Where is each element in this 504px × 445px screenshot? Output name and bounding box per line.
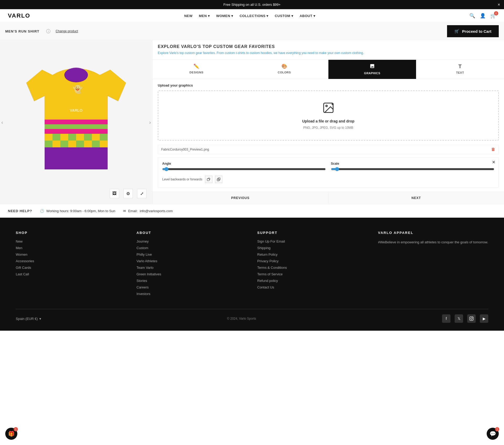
svg-point-0 [64, 68, 88, 82]
svg-rect-7 [68, 134, 76, 141]
nav-item-new[interactable]: NEW [184, 14, 193, 18]
footer-link-signup-email[interactable]: Sign Up For Email [257, 239, 368, 243]
footer-link-new[interactable]: New [16, 239, 126, 243]
cart-icon[interactable]: 🛒 0 [490, 13, 496, 19]
next-arrow-icon[interactable]: › [149, 119, 151, 125]
angle-scale-row: Angle Scale [162, 162, 494, 172]
help-hours: 🕐 Working hours: 9:00am - 6:00pm, Mon to… [40, 209, 115, 213]
banner-close-button[interactable]: × [498, 2, 500, 7]
footer-link-terms-conditions[interactable]: Terms & Conditions [257, 266, 368, 270]
footer-link-shipping[interactable]: Shipping [257, 246, 368, 250]
angle-label: Angle [162, 162, 326, 165]
angle-slider[interactable] [162, 167, 326, 171]
svg-rect-19 [100, 141, 108, 147]
youtube-icon[interactable]: ▶ [480, 314, 488, 323]
fullscreen-button[interactable]: ⤢ [137, 189, 146, 198]
close-graphic-button[interactable]: ✕ [492, 160, 495, 165]
tab-designs[interactable]: ✏️ DESIGNS [153, 60, 240, 79]
logo[interactable]: VARLO [8, 12, 30, 19]
footer-brand-col: VARLO APPAREL #WeBelieve in empowering a… [378, 231, 488, 298]
footer-link-men[interactable]: Men [16, 246, 126, 250]
footer-link-last-call[interactable]: Last Call [16, 272, 126, 276]
graphics-icon [370, 63, 375, 70]
svg-rect-15 [68, 141, 76, 147]
footer-link-return-policy[interactable]: Return Policy [257, 253, 368, 256]
image-view-button[interactable]: 🖼 [110, 189, 119, 198]
cart-badge: 0 [494, 11, 498, 15]
footer-link-stories[interactable]: Stories [136, 279, 247, 283]
scale-control: Scale [331, 162, 495, 172]
footer-link-green[interactable]: Green Initiatives [136, 272, 247, 276]
footer-link-terms-service[interactable]: Terms of Service [257, 272, 368, 276]
scale-slider[interactable] [331, 167, 495, 171]
shirt-preview: VARLO 👻 [21, 65, 131, 180]
twitter-icon[interactable]: 𝕏 [455, 314, 463, 323]
search-icon[interactable]: 🔍 [469, 13, 475, 19]
prev-arrow-icon[interactable]: ‹ [1, 119, 3, 125]
footer-link-refund[interactable]: Refund policy [257, 279, 368, 283]
svg-rect-6 [60, 134, 68, 141]
footer-link-custom[interactable]: Custom [136, 246, 247, 250]
footer-link-accessories[interactable]: Accessories [16, 259, 126, 263]
svg-rect-11 [100, 134, 108, 141]
file-name: FabricCorduroy003_Preview1.png [161, 148, 209, 151]
nav-item-men[interactable]: MEN ▾ [199, 14, 210, 18]
nav-item-collections[interactable]: COLLECTIONS ▾ [240, 14, 269, 18]
footer-link-journey[interactable]: Journey [136, 239, 247, 243]
footer-about-title: ABOUT [136, 231, 247, 235]
level-forward-button[interactable] [215, 176, 222, 183]
svg-text:VARLO: VARLO [70, 108, 82, 112]
help-email-link[interactable]: info@varlosports.com [140, 209, 173, 213]
svg-rect-8 [76, 134, 84, 141]
info-icon[interactable]: i [46, 29, 50, 33]
instagram-icon[interactable] [467, 314, 476, 323]
footer-link-privacy[interactable]: Privacy Policy [257, 259, 368, 263]
previous-button[interactable]: PREVIOUS [153, 192, 328, 204]
facebook-icon[interactable]: f [442, 314, 450, 323]
footer-brand-title: VARLO APPAREL [378, 231, 488, 235]
settings-button[interactable]: ⚙ [123, 189, 133, 198]
help-hours-text: Working hours: 9:00am - 6:00pm, Mon to S… [46, 209, 115, 213]
footer-about-col: ABOUT Journey Custom Philly Live Varlo A… [136, 231, 247, 298]
svg-rect-26 [207, 179, 209, 181]
proceed-to-cart-button[interactable]: 🛒 Proceed to Cart [447, 25, 499, 37]
nav: NEW MEN ▾ WOMEN ▾ COLLECTIONS ▾ CUSTOM ▾… [184, 14, 316, 18]
footer-copyright: © 2024, Varlo Sports [227, 317, 256, 320]
next-button[interactable]: NEXT [328, 192, 504, 204]
footer-link-careers[interactable]: Careers [136, 285, 247, 289]
footer-link-investors[interactable]: Investors [136, 292, 247, 296]
footer-link-gift-cards[interactable]: Gift Cards [16, 266, 126, 270]
svg-rect-5 [52, 134, 60, 141]
upload-zone[interactable]: Upload a file or drag and drop PNG, JPG,… [158, 90, 499, 141]
file-entry: FabricCorduroy003_Preview1.png 🗑 [158, 145, 499, 154]
footer-link-team-varlo[interactable]: Team Varlo [136, 266, 247, 270]
custom-panel: EXPLORE VARLO'S TOP CUSTOM GEAR FAVORITE… [152, 40, 504, 204]
footer-link-varlo-athletes[interactable]: Varlo Athletes [136, 259, 247, 263]
help-email: ✉ Email: info@varlosports.com [123, 209, 173, 213]
footer-link-contact[interactable]: Contact Us [257, 285, 368, 289]
tab-colors[interactable]: 🎨 COLORS [240, 60, 328, 79]
change-product-link[interactable]: Change product [56, 29, 78, 33]
footer-link-philly-live[interactable]: Philly Live [136, 253, 247, 256]
product-name: MEN'S RUN SHIRT [5, 29, 39, 33]
svg-rect-4 [45, 134, 52, 141]
tab-graphics[interactable]: GRAPHICS [328, 60, 416, 79]
footer-link-women[interactable]: Women [16, 253, 126, 256]
top-banner: Free Shipping on all U.S. orders $99+ × [0, 0, 504, 9]
file-delete-button[interactable]: 🗑 [491, 147, 495, 152]
svg-rect-2 [45, 124, 108, 129]
nav-item-about[interactable]: ABOUT ▾ [300, 14, 315, 18]
colors-icon: 🎨 [281, 63, 287, 69]
account-icon[interactable]: 👤 [480, 13, 486, 19]
header-icons: 🔍 👤 🛒 0 [469, 13, 496, 19]
svg-rect-13 [52, 141, 60, 147]
level-backward-button[interactable] [205, 176, 212, 183]
nav-item-women[interactable]: WOMEN ▾ [216, 14, 233, 18]
graphic-controls: ✕ Angle Scale Level backwards or for [158, 157, 499, 187]
nav-item-custom[interactable]: CUSTOM ▾ [275, 14, 293, 18]
shirt-preview-panel: ‹ [0, 40, 152, 204]
tab-text[interactable]: T TEXT [416, 60, 504, 79]
svg-rect-18 [92, 141, 100, 147]
footer: SHOP New Men Women Accessories Gift Card… [0, 218, 504, 331]
footer-region-selector[interactable]: Spain (EUR €) ▾ [16, 317, 41, 321]
